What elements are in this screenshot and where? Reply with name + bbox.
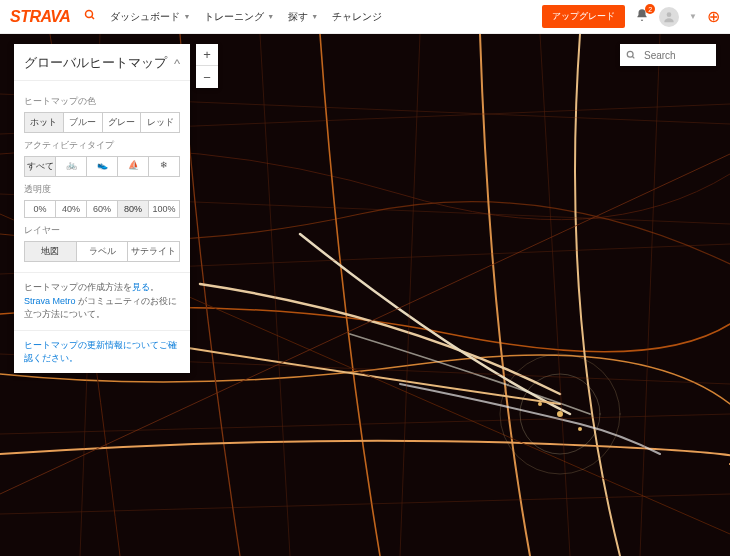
nav-explore[interactable]: 探す▼ xyxy=(288,10,318,24)
update-info-link[interactable]: ヒートマップの更新情報についてご確認ください。 xyxy=(24,340,177,363)
layer-section-label: レイヤー xyxy=(24,224,180,237)
svg-point-9 xyxy=(627,51,633,57)
layer-options: 地図 ラベル サテライト xyxy=(24,241,180,262)
winter-icon[interactable]: ❄ xyxy=(148,156,180,177)
nav-challenge-label: チャレンジ xyxy=(332,10,382,24)
layer-map[interactable]: 地図 xyxy=(24,241,77,262)
opacity-40[interactable]: 40% xyxy=(55,200,87,218)
svg-point-0 xyxy=(86,11,93,18)
zoom-in-button[interactable]: + xyxy=(196,44,218,66)
main-nav: ダッシュボード▼ トレーニング▼ 探す▼ チャレンジ xyxy=(110,10,382,24)
brand-logo[interactable]: STRAVA xyxy=(10,8,70,26)
color-red[interactable]: レッド xyxy=(140,112,180,133)
nav-dashboard[interactable]: ダッシュボード▼ xyxy=(110,10,190,24)
howto-link[interactable]: 見る xyxy=(132,282,150,292)
svg-point-8 xyxy=(578,427,582,431)
color-gray[interactable]: グレー xyxy=(102,112,142,133)
opacity-80[interactable]: 80% xyxy=(117,200,149,218)
panel-body: ヒートマップの色 ホット ブルー グレー レッド アクティビティタイプ すべて … xyxy=(14,81,190,272)
svg-line-1 xyxy=(92,17,95,20)
search-icon xyxy=(626,46,640,64)
svg-line-10 xyxy=(632,56,634,58)
color-section-label: ヒートマップの色 xyxy=(24,95,180,108)
nav-explore-label: 探す xyxy=(288,10,308,24)
nav-training[interactable]: トレーニング▼ xyxy=(204,10,274,24)
panel-header: グローバルヒートマップ ^ xyxy=(14,44,190,81)
panel-footer-info: ヒートマップの作成方法を見る。 Strava Metro がコミュニティのお役に… xyxy=(14,272,190,330)
svg-point-6 xyxy=(557,411,563,417)
activity-options: すべて 🚲 👟 ⛵ ❄ xyxy=(24,156,180,177)
color-blue[interactable]: ブルー xyxy=(63,112,103,133)
nav-challenge[interactable]: チャレンジ xyxy=(332,10,382,24)
heatmap-panel: グローバルヒートマップ ^ ヒートマップの色 ホット ブルー グレー レッド ア… xyxy=(14,44,190,373)
bike-icon[interactable]: 🚲 xyxy=(55,156,87,177)
activity-section-label: アクティビティタイプ xyxy=(24,139,180,152)
opacity-100[interactable]: 100% xyxy=(148,200,180,218)
collapse-toggle[interactable]: ^ xyxy=(174,56,180,71)
zoom-out-button[interactable]: − xyxy=(196,66,218,88)
search-icon[interactable] xyxy=(84,9,96,24)
opacity-options: 0% 40% 60% 80% 100% xyxy=(24,200,180,218)
nav-dashboard-label: ダッシュボード xyxy=(110,10,180,24)
map-search-input[interactable] xyxy=(644,50,710,61)
zoom-control: + − xyxy=(196,44,218,88)
layer-satellite[interactable]: サテライト xyxy=(127,241,180,262)
svg-point-7 xyxy=(538,402,542,406)
color-hot[interactable]: ホット xyxy=(24,112,64,133)
water-icon[interactable]: ⛵ xyxy=(117,156,149,177)
notif-badge: 2 xyxy=(645,4,655,14)
panel-title: グローバルヒートマップ xyxy=(24,54,167,72)
add-button[interactable]: ⊕ xyxy=(707,7,720,26)
upgrade-button[interactable]: アップグレード xyxy=(542,5,625,28)
chevron-down-icon: ▼ xyxy=(267,13,274,20)
footer-text: 。 xyxy=(150,282,159,292)
chevron-down-icon: ▼ xyxy=(183,13,190,20)
top-navbar: STRAVA ダッシュボード▼ トレーニング▼ 探す▼ チャレンジ アップグレー… xyxy=(0,0,730,34)
opacity-section-label: 透明度 xyxy=(24,183,180,196)
chevron-down-icon: ▼ xyxy=(311,13,318,20)
svg-point-2 xyxy=(667,12,672,17)
opacity-60[interactable]: 60% xyxy=(86,200,118,218)
metro-link[interactable]: Strava Metro xyxy=(24,296,76,306)
panel-footer-update: ヒートマップの更新情報についてご確認ください。 xyxy=(14,330,190,373)
run-icon[interactable]: 👟 xyxy=(86,156,118,177)
chevron-down-icon[interactable]: ▼ xyxy=(689,12,697,21)
avatar[interactable] xyxy=(659,7,679,27)
footer-text: ヒートマップの作成方法を xyxy=(24,282,132,292)
map-search[interactable] xyxy=(620,44,716,66)
color-options: ホット ブルー グレー レッド xyxy=(24,112,180,133)
notifications-button[interactable]: 2 xyxy=(635,8,649,25)
top-right-controls: アップグレード 2 ▼ ⊕ xyxy=(542,5,720,28)
opacity-0[interactable]: 0% xyxy=(24,200,56,218)
activity-all[interactable]: すべて xyxy=(24,156,56,177)
nav-training-label: トレーニング xyxy=(204,10,264,24)
layer-label[interactable]: ラベル xyxy=(76,241,129,262)
